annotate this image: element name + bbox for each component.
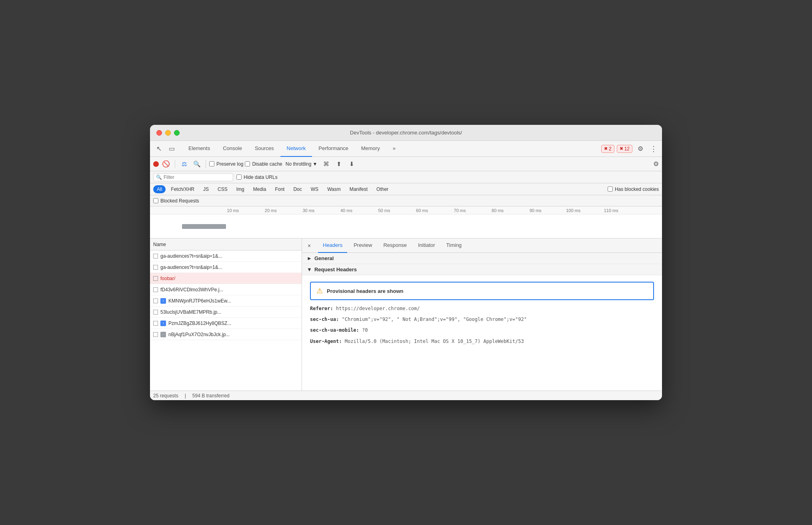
tab-timing[interactable]: Timing bbox=[442, 238, 467, 253]
tab-initiator[interactable]: Initiator bbox=[413, 238, 440, 253]
request-name-6: 53luclsjUVBaME7MPRb.jp... bbox=[160, 309, 298, 315]
hide-data-urls-label[interactable]: Hide data URLs bbox=[236, 174, 278, 180]
tab-network[interactable]: Network bbox=[280, 141, 312, 157]
sec-ch-ua-header-name: sec-ch-ua: bbox=[310, 317, 339, 322]
type-filter-doc[interactable]: Doc bbox=[290, 185, 305, 193]
tab-response[interactable]: Response bbox=[378, 238, 412, 253]
request-checkbox-8[interactable] bbox=[153, 332, 158, 337]
clear-button[interactable]: 🚫 bbox=[160, 158, 172, 170]
type-filter-fetch-xhr[interactable]: Fetch/XHR bbox=[167, 185, 198, 193]
preserve-log-checkbox[interactable] bbox=[209, 161, 214, 166]
window-title: DevTools - developer.chrome.com/tags/dev… bbox=[350, 130, 462, 136]
general-chevron-icon: ► bbox=[307, 255, 312, 261]
devtools-tab-list: Elements Console Sources Network Perform… bbox=[182, 141, 601, 157]
search-icon[interactable]: 🔍 bbox=[191, 158, 202, 170]
error-badge[interactable]: ✖ 2 bbox=[601, 145, 614, 153]
request-checkbox-2[interactable] bbox=[153, 265, 158, 270]
settings-icon[interactable]: ⚙ bbox=[635, 143, 646, 154]
timeline-content bbox=[150, 214, 662, 238]
type-filter-other[interactable]: Other bbox=[373, 185, 392, 193]
wifi-icon[interactable]: ⌘ bbox=[320, 158, 332, 170]
tab-sources[interactable]: Sources bbox=[248, 141, 280, 157]
header-row-user-agent: User-Agent: Mozilla/5.0 (Macintosh; Inte… bbox=[310, 336, 654, 347]
device-icon[interactable]: ▭ bbox=[166, 143, 177, 154]
request-checkbox-7[interactable] bbox=[153, 321, 158, 326]
type-filter-img[interactable]: Img bbox=[233, 185, 248, 193]
throttle-select[interactable]: No throttling ▼ bbox=[284, 160, 319, 168]
type-filter-manifest[interactable]: Manifest bbox=[346, 185, 371, 193]
requests-list: Name ga-audiences?t=sr&aip=1&... ga-audi… bbox=[150, 238, 302, 391]
requests-count: 25 requests bbox=[153, 393, 178, 399]
timeline-bar-item-1 bbox=[182, 224, 226, 229]
request-item[interactable]: 53luclsjUVBaME7MPRb.jp... bbox=[150, 307, 302, 318]
type-filter-all[interactable]: All bbox=[153, 185, 166, 193]
type-filter-media[interactable]: Media bbox=[250, 185, 270, 193]
upload-icon[interactable]: ⬆ bbox=[333, 158, 344, 170]
type-filter-css[interactable]: CSS bbox=[214, 185, 231, 193]
network-settings-icon[interactable]: ⚙ bbox=[653, 160, 659, 168]
minimize-button[interactable] bbox=[165, 130, 171, 136]
request-checkbox-3[interactable] bbox=[153, 276, 158, 281]
tab-console[interactable]: Console bbox=[216, 141, 248, 157]
request-item-selected[interactable]: foobar/ bbox=[150, 273, 302, 284]
request-headers-section-header[interactable]: ▼ Request Headers bbox=[302, 264, 662, 275]
maximize-button[interactable] bbox=[174, 130, 180, 136]
request-item[interactable]: fD43v6RiVCDlmo3WhVPe.j... bbox=[150, 284, 302, 295]
tab-headers[interactable]: Headers bbox=[318, 238, 347, 253]
request-headers-content: ⚠ Provisional headers are shown Referer:… bbox=[302, 275, 662, 350]
type-filters-row: All Fetch/XHR JS CSS Img Media Font Doc … bbox=[150, 183, 662, 195]
image-icon-7: I bbox=[160, 321, 166, 326]
general-section-header[interactable]: ► General bbox=[302, 253, 662, 264]
network-toolbar: 🚫 ⚖ 🔍 Preserve log Disable cache No thro… bbox=[150, 157, 662, 171]
disable-cache-checkbox[interactable] bbox=[245, 161, 250, 166]
type-filter-ws[interactable]: WS bbox=[307, 185, 322, 193]
filter-icon-inner: 🔍 bbox=[156, 174, 162, 180]
throttle-label: No throttling bbox=[286, 161, 312, 167]
request-item[interactable]: ga-audiences?t=sr&aip=1&... bbox=[150, 262, 302, 273]
general-section-title: General bbox=[314, 255, 334, 261]
blocked-requests-checkbox-label[interactable]: Blocked Requests bbox=[153, 198, 199, 204]
tab-more[interactable]: » bbox=[386, 141, 402, 157]
timeline-label-20ms: 20 ms bbox=[252, 208, 290, 213]
request-item[interactable]: I PzmJZBgZBJ612Hy8QBSZ... bbox=[150, 318, 302, 329]
request-checkbox-5[interactable] bbox=[153, 299, 158, 303]
filter-icon[interactable]: ⚖ bbox=[178, 158, 190, 170]
request-item[interactable]: I KMNWpnRJTP6eHJs1wEw... bbox=[150, 295, 302, 307]
request-headers-section-title: Request Headers bbox=[314, 267, 357, 273]
preserve-log-checkbox-label[interactable]: Preserve log bbox=[209, 161, 243, 167]
filter-input-wrap: 🔍 bbox=[153, 173, 233, 181]
timeline-label-80ms: 80 ms bbox=[479, 208, 517, 213]
preserve-log-label: Preserve log bbox=[216, 161, 243, 167]
blocked-requests-row: Blocked Requests bbox=[150, 195, 662, 206]
blocked-requests-checkbox[interactable] bbox=[153, 198, 158, 203]
download-icon[interactable]: ⬇ bbox=[346, 158, 357, 170]
disable-cache-checkbox-label[interactable]: Disable cache bbox=[245, 161, 282, 167]
request-item[interactable]: ga-audiences?t=sr&aip=1&... bbox=[150, 250, 302, 262]
timeline-label-10ms: 10 ms bbox=[214, 208, 252, 213]
tab-memory[interactable]: Memory bbox=[355, 141, 386, 157]
devtools-tabbar: ↖ ▭ Elements Console Sources Network Per… bbox=[150, 141, 662, 157]
type-filter-js[interactable]: JS bbox=[200, 185, 212, 193]
type-filter-wasm[interactable]: Wasm bbox=[324, 185, 344, 193]
more-options-icon[interactable]: ⋮ bbox=[648, 144, 659, 153]
close-details-button[interactable]: × bbox=[305, 242, 313, 250]
warning-badge-icon: ✖ bbox=[620, 146, 623, 151]
cursor-icon[interactable]: ↖ bbox=[153, 143, 164, 154]
request-checkbox-4[interactable] bbox=[153, 287, 158, 292]
tab-preview[interactable]: Preview bbox=[349, 238, 377, 253]
filter-input[interactable] bbox=[164, 174, 230, 180]
has-blocked-cookies-label[interactable]: Has blocked cookies bbox=[608, 186, 659, 192]
request-checkbox-1[interactable] bbox=[153, 254, 158, 258]
tab-elements[interactable]: Elements bbox=[182, 141, 216, 157]
type-filter-font[interactable]: Font bbox=[271, 185, 288, 193]
close-button[interactable] bbox=[156, 130, 162, 136]
user-agent-header-value: Mozilla/5.0 (Macintosh; Intel Mac OS X 1… bbox=[345, 339, 524, 344]
request-checkbox-6[interactable] bbox=[153, 310, 158, 315]
record-button[interactable] bbox=[153, 161, 159, 167]
warning-badge[interactable]: ✖ 12 bbox=[617, 145, 632, 153]
header-row-referer: Referer: https://developer.chrome.com/ bbox=[310, 303, 654, 314]
tab-performance[interactable]: Performance bbox=[312, 141, 354, 157]
request-item[interactable]: - nBjAqf1PuX7O2nvJbJck.jp... bbox=[150, 329, 302, 340]
hide-data-urls-checkbox[interactable] bbox=[236, 174, 242, 180]
has-blocked-cookies-checkbox[interactable] bbox=[608, 186, 613, 192]
